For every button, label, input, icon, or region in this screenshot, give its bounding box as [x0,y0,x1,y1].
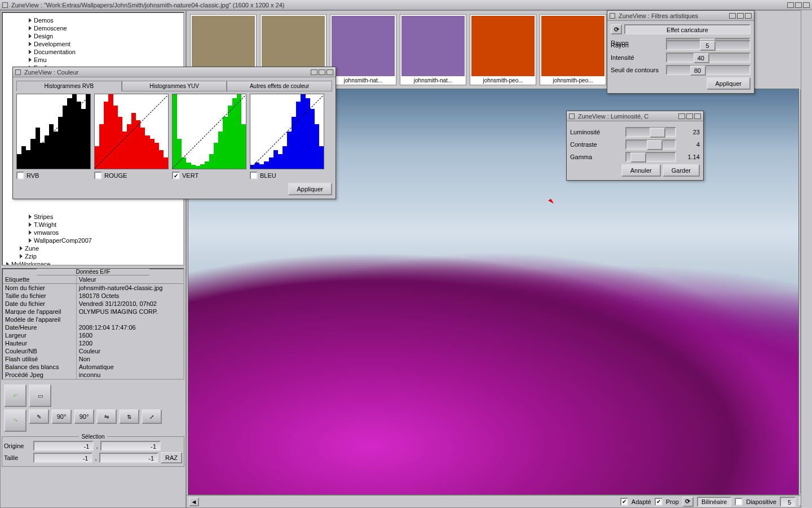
depth-icon[interactable] [803,2,810,8]
radius-slider2[interactable]: 5 [666,40,751,50]
color-window[interactable]: ZuneView : Couleur Histogrammes RVB Hist… [12,67,336,199]
depth-icon[interactable] [745,13,752,19]
thumbnail[interactable]: johnsmith-nat... [400,14,466,85]
toolbar: ↶ ▭ ↷ ✎ 90° 90° ⇋ ⇅ ⤢ [2,382,184,434]
undo-button[interactable]: ↶ [4,384,27,407]
thumbnail[interactable]: johnsmith-peo... [470,14,536,85]
prev-image-button[interactable]: ◄ [189,497,199,506]
origin-y-input[interactable]: -1 [100,441,161,451]
color-tabs[interactable]: Histogrammes RVB Histogrammes YUV Autres… [16,81,332,91]
tree-item[interactable]: Development [6,40,180,48]
tree-item[interactable]: Zzip [6,252,180,260]
histogram-rvb [16,94,91,169]
status-bar: ◄ ✔ Adapté ✔ Prop ⟳ Bilinéaire Diapositi… [187,495,811,507]
raz-button[interactable]: RAZ [161,452,182,463]
fit-checkbox[interactable]: ✔ [620,498,628,506]
gamma-slider[interactable] [625,152,676,162]
tree-item[interactable]: Design [6,32,180,40]
depth-icon[interactable] [326,69,333,75]
histogram-blue [250,94,324,169]
tree-item[interactable]: MyWorkspace [6,260,180,266]
thumbnail[interactable]: johnsmith-peo... [540,14,606,85]
filter-cycle-button[interactable]: ⟳ [682,497,694,507]
contrast-slider[interactable] [625,139,676,150]
size-h-input[interactable]: -1 [99,453,158,463]
blue-checkbox[interactable] [250,172,258,179]
thumbnail[interactable]: johnsmith-nat... [330,14,396,85]
size-w-input[interactable]: -1 [33,453,92,463]
rotate-right-button[interactable]: 90° [74,409,94,424]
keep-button[interactable]: Garder [663,164,700,177]
cursor-icon [548,199,554,205]
redo-button[interactable]: ↷ [4,409,27,432]
crop-button[interactable]: ✎ [29,409,49,424]
artistic-filters-window[interactable]: ZuneView : Filtres artistiques ⟳Effet ca… [607,10,754,94]
histogram-green [172,94,246,169]
window-right-scrollbar[interactable] [801,10,812,508]
exif-header: Données E/IF [37,269,149,275]
iconify-icon[interactable] [787,2,794,8]
filter-combo[interactable]: Bilinéaire [697,497,731,507]
slideshow-checkbox[interactable] [735,498,743,506]
iconify-icon[interactable] [729,13,736,19]
depth-icon[interactable] [694,113,701,119]
luminosity-window[interactable]: ZuneView : Luminosité, C Luminosité23 Co… [566,111,704,181]
rotate-left-button[interactable]: 90° [51,409,72,424]
tab-yuv-histograms[interactable]: Histogrammes YUV [122,81,227,91]
exif-table: EtiquetteValeur Nom du fichierjohnsmith-… [3,275,183,379]
close-icon[interactable] [610,13,615,19]
effect-name[interactable]: Effet caricature [624,24,751,34]
tree-item[interactable]: Demos [6,16,180,24]
pointer-button[interactable]: ▭ [29,384,51,407]
flip-v-button[interactable]: ⇅ [119,409,139,424]
apply-button[interactable]: Appliquer [288,183,332,195]
tree-item[interactable]: vmwaros [6,229,180,237]
effect-cycle-button[interactable]: ⟳ [611,24,622,34]
tree-item[interactable]: WallpaperComp2007 [6,237,180,244]
iconify-icon[interactable] [678,113,685,119]
close-icon[interactable] [2,2,8,8]
close-icon[interactable] [569,113,575,119]
zoom-icon[interactable] [795,2,802,8]
tree-item[interactable]: Documentation [6,48,180,56]
tab-other-effects[interactable]: Autres effets de couleur [227,81,332,91]
size-label: Taille [4,454,31,461]
iconify-icon[interactable] [311,69,317,75]
tree-item[interactable]: T.Wright [6,221,180,229]
tree-item[interactable]: Zune [6,244,180,252]
tree-item[interactable]: Demoscene [6,24,180,32]
tree-item[interactable]: Stripes [6,213,180,221]
flip-h-button[interactable]: ⇋ [96,409,117,424]
zoom-icon[interactable] [686,113,693,119]
tree-item[interactable]: Emu [6,56,180,64]
luminosity-slider[interactable] [625,127,676,137]
zoom-icon[interactable] [737,13,744,19]
apply-button[interactable]: Appliquer [707,77,751,90]
origin-label: Origine [4,443,31,449]
close-icon[interactable] [15,69,21,75]
cancel-button[interactable]: Annuler [621,164,661,177]
origin-x-input[interactable]: -1 [33,441,94,451]
zoom-icon[interactable] [319,69,325,75]
main-titlebar: ZuneView : "Work:Extras/Wallpapers/JohnS… [0,0,812,10]
window-title: ZuneView : "Work:Extras/Wallpapers/JohnS… [11,2,784,8]
red-checkbox[interactable] [94,172,102,179]
slideshow-delay-input[interactable]: 5 [780,497,796,507]
edge-slider[interactable]: 80 [666,65,751,75]
intensity-slider[interactable]: 40 [666,52,751,63]
selection-panel: Sélection Origine -1 , -1 Taille -1 , -1… [2,436,184,467]
resize-button[interactable]: ⤢ [142,409,162,424]
exif-panel: Données E/IF EtiquetteValeur Nom du fich… [2,268,184,380]
prop-checkbox[interactable]: ✔ [655,498,663,506]
rvb-checkbox[interactable] [16,172,24,179]
tab-rgb-histograms[interactable]: Histogrammes RVB [16,81,122,91]
green-checkbox[interactable]: ✔ [172,172,180,179]
histogram-red [94,94,169,169]
